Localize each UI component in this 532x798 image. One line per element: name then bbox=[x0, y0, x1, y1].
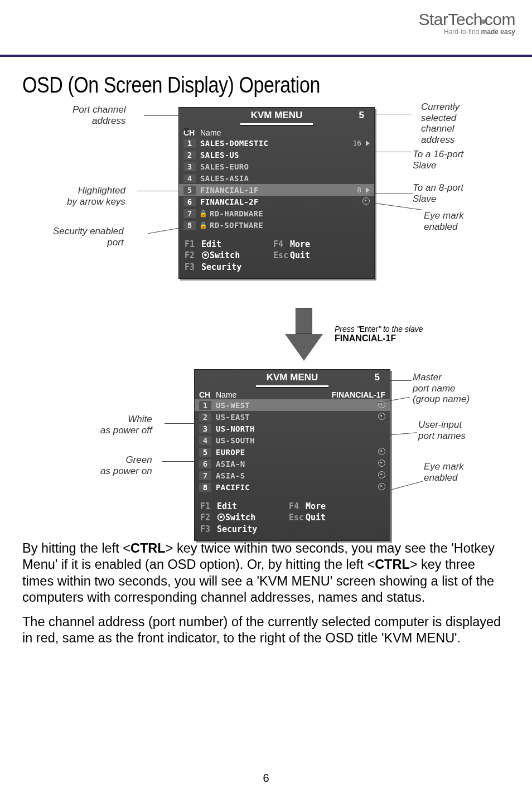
port-name: SALES-EURO bbox=[200, 162, 347, 171]
channel-number: 3 bbox=[199, 424, 211, 433]
row-indicator bbox=[363, 448, 385, 457]
eye-icon bbox=[378, 448, 385, 455]
osd-footer: F1Edit F4More F2⦿Switch EscQuit F3Securi… bbox=[179, 234, 374, 278]
osd-rows: 1US-WEST2US-EAST3US-NORTH4US-SOUTH5EUROP… bbox=[195, 399, 390, 496]
osd-row: 2US-EAST bbox=[195, 411, 390, 423]
brand-logo: StarTechcom Hard-to-find made easy bbox=[418, 10, 515, 36]
callout-eye-mark-1: Eye mark enabled bbox=[424, 210, 464, 232]
osd-current-channel: 5 bbox=[375, 372, 380, 383]
port-name: RD-SOFTWARE bbox=[210, 221, 347, 230]
callout-security: Security enabled port bbox=[53, 226, 124, 248]
paragraph-2: The channel address (port number) of the… bbox=[22, 614, 510, 647]
eye-icon bbox=[362, 197, 370, 205]
osd-title: KVM MENU 5 bbox=[195, 370, 390, 385]
osd-title-underline bbox=[240, 123, 313, 125]
osd-row: 8🔒RD-SOFTWARE bbox=[179, 219, 374, 231]
osd-title: KVM MENU 5 bbox=[179, 108, 374, 123]
row-indicator bbox=[363, 460, 385, 468]
channel-number: 3 bbox=[183, 162, 196, 171]
osd-columns: CH Name FINANCIAL-1F bbox=[195, 390, 390, 399]
port-name: PACIFIC bbox=[216, 483, 363, 492]
channel-number: 4 bbox=[199, 436, 211, 445]
body-text: By hitting the left <CTRL> key twice wit… bbox=[22, 540, 510, 646]
port-name: US-NORTH bbox=[216, 424, 363, 433]
channel-number: 6 bbox=[199, 460, 211, 468]
port-name: US-WEST bbox=[216, 401, 363, 410]
channel-number: 2 bbox=[199, 413, 211, 422]
channel-number: 6 bbox=[183, 197, 196, 206]
port-name: ASIA-S bbox=[216, 471, 363, 480]
page-number: 6 bbox=[0, 772, 532, 785]
port-name: RD-HARDWARE bbox=[210, 209, 347, 218]
eye-icon bbox=[378, 460, 385, 467]
osd-diagram: KVM MENU 5 CH Name 1SALES-DOMESTIC16 2SA… bbox=[22, 104, 510, 534]
callout-white-power-off: White as power off bbox=[100, 414, 152, 436]
arrow-icon bbox=[183, 128, 189, 133]
osd-row: 8PACIFIC bbox=[195, 481, 390, 493]
osd-row: 4SALES-ASIA bbox=[179, 172, 374, 184]
page-header: StarTechcom Hard-to-find made easy bbox=[0, 0, 532, 57]
port-name: EUROPE bbox=[216, 448, 363, 457]
osd-title-underline bbox=[256, 385, 328, 387]
row-indicator: 8 bbox=[347, 186, 370, 194]
osd-row: 3SALES-EURO bbox=[179, 161, 374, 172]
row-indicator bbox=[347, 197, 370, 206]
brand-text-2: com bbox=[485, 10, 515, 28]
channel-number: 5 bbox=[199, 448, 211, 457]
triangle-icon bbox=[366, 187, 370, 193]
port-name: FINANCIAL-1F bbox=[200, 186, 347, 195]
osd-row: 7ASIA-S bbox=[195, 470, 390, 481]
channel-number: 4 bbox=[183, 174, 196, 183]
osd-group-name: FINANCIAL-1F bbox=[332, 390, 385, 399]
port-name: ASIA-N bbox=[216, 460, 363, 468]
osd-row: 1SALES-DOMESTIC16 bbox=[179, 137, 374, 149]
eye-icon bbox=[378, 413, 385, 420]
osd-row: 4US-SOUTH bbox=[195, 434, 390, 446]
lock-icon: 🔒 bbox=[199, 210, 207, 217]
osd-row: 5FINANCIAL-1F8 bbox=[179, 184, 374, 196]
osd-row: 2SALES-US bbox=[179, 149, 374, 161]
osd-row: 7🔒RD-HARDWARE bbox=[179, 207, 374, 219]
channel-number: 8 bbox=[199, 483, 211, 492]
row-indicator bbox=[363, 471, 385, 480]
eye-icon bbox=[378, 483, 385, 490]
callout-to-16port: To a 16-port Slave bbox=[413, 149, 463, 171]
down-arrow-icon bbox=[284, 308, 323, 369]
brand-text-1: StarTech bbox=[418, 10, 482, 28]
channel-number: 1 bbox=[183, 139, 196, 148]
port-name: SALES-US bbox=[200, 151, 347, 159]
row-indicator: 16 bbox=[347, 139, 370, 147]
osd-row: 3US-NORTH bbox=[195, 423, 390, 434]
callout-port-channel: Port channel address bbox=[72, 104, 125, 126]
callout-user-input: User-input port names bbox=[418, 419, 466, 441]
channel-number: 5 bbox=[183, 186, 196, 195]
port-name: FINANCIAL-2F bbox=[200, 197, 347, 206]
callout-highlighted: Highlighted by arrow keys bbox=[67, 185, 125, 207]
callout-green-power-on: Green as power on bbox=[100, 454, 152, 476]
osd-window-slave: KVM MENU 5 CH Name FINANCIAL-1F 1US-WEST… bbox=[194, 369, 390, 541]
channel-number: 1 bbox=[199, 401, 211, 410]
channel-number: 8 bbox=[183, 221, 196, 230]
callout-press-enter: Press "Enter" to the slave FINANCIAL-1F bbox=[335, 325, 423, 344]
row-indicator bbox=[363, 413, 385, 422]
osd-row: 6FINANCIAL-2F bbox=[179, 196, 374, 207]
osd-row: 1US-WEST bbox=[195, 399, 390, 411]
page-title: OSD (On Screen Display) Operation bbox=[22, 72, 437, 98]
osd-row: 6ASIA-N bbox=[195, 458, 390, 470]
paragraph-1: By hitting the left <CTRL> key twice wit… bbox=[22, 540, 510, 606]
callout-eye-mark-2: Eye mark enabled bbox=[424, 461, 464, 483]
eye-icon bbox=[378, 471, 385, 478]
osd-rows: 1SALES-DOMESTIC16 2SALES-US3SALES-EURO4S… bbox=[179, 137, 374, 234]
port-name: SALES-DOMESTIC bbox=[200, 139, 347, 148]
port-name: SALES-ASIA bbox=[200, 174, 347, 183]
port-name: US-EAST bbox=[216, 413, 363, 422]
lock-icon: 🔒 bbox=[199, 221, 207, 229]
brand-tagline: Hard-to-find made easy bbox=[418, 28, 515, 36]
osd-current-channel: 5 bbox=[359, 110, 364, 121]
callout-to-8port: To an 8-port Slave bbox=[413, 182, 463, 204]
callout-current-selected: Currently selected channel address bbox=[421, 101, 460, 145]
triangle-icon bbox=[366, 141, 370, 146]
row-indicator bbox=[363, 483, 385, 492]
osd-footer: F1Edit F4More F2⦿Switch EscQuit F3Securi… bbox=[195, 496, 390, 540]
channel-number: 2 bbox=[183, 151, 196, 159]
